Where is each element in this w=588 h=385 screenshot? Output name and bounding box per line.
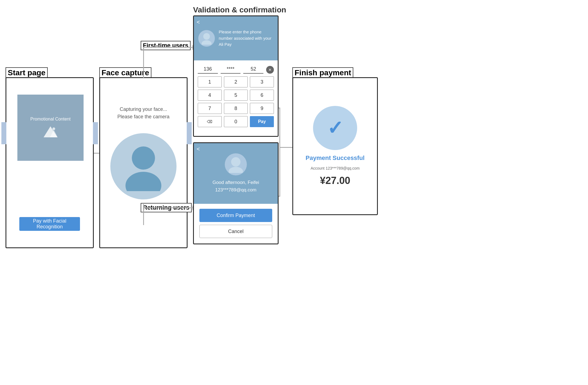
conn-face-right-bottom (143, 207, 194, 208)
label-validation: Validation & confirmation (193, 6, 286, 14)
payment-amount: ¥27.00 (320, 175, 350, 186)
returning-greeting: Good afternoon, Feifei 123***789@qq.com (212, 179, 259, 194)
payment-success-text: Payment Successful (306, 154, 365, 162)
returning-avatar (225, 153, 247, 175)
payment-account-text: Account 123***789@qq.com (311, 166, 360, 170)
returning-header: < Good afternoon, Feifei 123***789@qq.co… (194, 143, 278, 204)
returning-buttons-area: Confirm Payment Cancel (194, 209, 278, 238)
conn-returning-right (279, 196, 280, 197)
key-1[interactable]: 1 (198, 76, 222, 87)
conn-face-right-top (143, 47, 194, 48)
key-0[interactable]: 0 (224, 116, 248, 127)
check-mark-icon: ✓ (327, 117, 343, 139)
conn-first-right (279, 108, 280, 108)
key-5[interactable]: 5 (224, 90, 248, 101)
key-9[interactable]: 9 (250, 103, 274, 114)
key-8[interactable]: 8 (224, 103, 248, 114)
conn-face-up-v (143, 47, 144, 78)
svg-point-8 (229, 167, 243, 173)
key-delete[interactable]: ⌫ (198, 116, 222, 127)
confirm-payment-button[interactable]: Confirm Payment (199, 209, 272, 222)
svg-point-5 (203, 33, 210, 40)
first-time-avatar-icon (201, 32, 212, 45)
numpad-grid: 1 2 3 4 5 6 7 8 9 ⌫ 0 Pay (198, 76, 274, 127)
first-time-back-arrow[interactable]: < (197, 19, 200, 25)
phone-seg-1: 136 (198, 66, 218, 74)
label-start-page: Start page (6, 67, 48, 78)
face-side-tab (187, 122, 192, 144)
returning-phone: < Good afternoon, Feifei 123***789@qq.co… (193, 142, 279, 244)
label-first-time: First-time users (141, 41, 191, 50)
promo-label: Promotional Content (30, 117, 71, 122)
svg-point-6 (202, 40, 212, 45)
conn-validation-vert (279, 108, 280, 196)
svg-point-7 (231, 157, 240, 167)
side-tab-right (93, 122, 98, 144)
svg-point-4 (125, 172, 161, 191)
key-3[interactable]: 3 (250, 76, 274, 87)
face-avatar-icon (121, 141, 165, 191)
clear-btn[interactable]: ✕ (266, 66, 274, 74)
finish-check-circle: ✓ (313, 106, 357, 150)
key-7[interactable]: 7 (198, 103, 222, 114)
side-tab-left (1, 122, 6, 144)
numpad-area: 136 **** 52 ✕ 1 2 3 4 5 6 7 8 9 ⌫ 0 Pay (194, 63, 278, 136)
svg-point-3 (132, 146, 155, 170)
returning-back-arrow[interactable]: < (197, 146, 200, 152)
label-finish: Finish payment (292, 67, 353, 78)
promo-box: Promotional Content (17, 95, 84, 161)
pay-facial-recognition-button[interactable]: Pay with Facial Recognition (19, 217, 80, 231)
face-circle (110, 133, 177, 199)
first-time-phone: < Please enter the phone number associat… (193, 15, 279, 137)
capture-text: Capturing your face... Please face the c… (117, 106, 169, 121)
key-4[interactable]: 4 (198, 90, 222, 101)
returning-avatar-icon (228, 156, 244, 173)
key-6[interactable]: 6 (250, 90, 274, 101)
first-time-header: < Please enter the phone number associat… (194, 16, 278, 60)
mountain-icon (42, 125, 59, 139)
start-page-phone: Promotional Content Pay with Facial Reco… (6, 77, 94, 248)
finish-payment-phone: ✓ Payment Successful Account 123***789@q… (292, 77, 378, 215)
phone-seg-3: 52 (243, 66, 263, 74)
first-time-avatar (198, 30, 215, 47)
key-pay[interactable]: Pay (250, 116, 274, 127)
cancel-button[interactable]: Cancel (199, 225, 272, 238)
svg-point-2 (52, 127, 55, 130)
first-time-instruction: Please enter the phone number associated… (219, 29, 273, 48)
key-2[interactable]: 2 (224, 76, 248, 87)
phone-seg-2: **** (221, 66, 241, 74)
phone-input-row: 136 **** 52 ✕ (198, 66, 274, 74)
